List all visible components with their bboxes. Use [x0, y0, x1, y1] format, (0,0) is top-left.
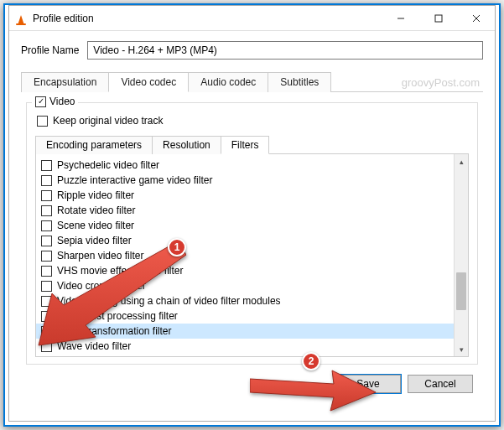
filter-checkbox[interactable]	[41, 205, 52, 216]
filter-row-selected: ✓Video transformation filter	[36, 324, 454, 339]
filter-row: Ripple video filter	[36, 188, 454, 203]
tab-encoding-parameters[interactable]: Encoding parameters	[35, 136, 153, 154]
keep-original-checkbox[interactable]	[37, 116, 48, 127]
annotation-badge-1: 1	[168, 238, 186, 256]
filter-checkbox[interactable]	[41, 251, 52, 262]
filter-row: Video post processing filter	[36, 308, 454, 324]
close-button[interactable]	[457, 6, 495, 31]
filter-checkbox[interactable]	[41, 266, 52, 277]
filter-row: Puzzle interactive game video filter	[36, 173, 454, 188]
filter-label: Video cropping filter	[57, 280, 146, 292]
tab-resolution[interactable]: Resolution	[152, 136, 221, 154]
filter-label: Video post processing filter	[57, 310, 178, 322]
filter-row: Scene video filter	[36, 218, 454, 233]
filter-label: Video filtering using a chain of video f…	[57, 295, 281, 307]
filter-label: Psychedelic video filter	[57, 159, 159, 171]
filter-row: Sepia video filter	[36, 233, 454, 248]
titlebar: Profile edition	[9, 6, 495, 31]
filter-row: Wave video filter	[36, 339, 454, 354]
filter-label: Ripple video filter	[57, 189, 134, 201]
codec-tabs: Encapsulation Video codec Audio codec Su…	[21, 71, 483, 92]
filter-label: Sepia video filter	[57, 235, 132, 246]
filter-row: Video filtering using a chain of video f…	[36, 293, 454, 308]
filter-row: Psychedelic video filter	[36, 158, 454, 173]
annotation-badge-2: 2	[302, 352, 320, 370]
filter-checkbox[interactable]	[41, 190, 52, 201]
filter-label: Puzzle interactive game video filter	[57, 174, 212, 186]
filter-label: Video transformation filter	[57, 325, 172, 337]
keep-original-label: Keep original video track	[53, 115, 163, 127]
tab-filters[interactable]: Filters	[221, 136, 270, 154]
filter-label: Scene video filter	[57, 220, 134, 231]
watermark: groovyPost.com	[402, 76, 480, 89]
filter-label: VHS movie effect video filter	[57, 265, 184, 277]
filter-row: Sharpen video filter	[36, 248, 454, 263]
filter-label: Sharpen video filter	[57, 250, 143, 262]
video-checkbox-label: Video	[49, 96, 75, 107]
save-button[interactable]: Save	[335, 375, 401, 393]
desktop-frame: Profile edition Profile Name Encapsulati…	[3, 3, 501, 427]
scroll-down-icon[interactable]: ▾	[455, 342, 468, 356]
filter-row: VHS movie effect video filter	[36, 263, 454, 278]
filter-scrollbar[interactable]: ▴ ▾	[454, 154, 468, 356]
filter-checkbox[interactable]	[41, 311, 52, 322]
minimize-button[interactable]	[382, 6, 419, 31]
filter-label: Wave video filter	[57, 340, 131, 352]
video-checkbox[interactable]: ✓	[35, 96, 46, 107]
filter-checkbox[interactable]	[41, 160, 52, 171]
dialog-window: Profile edition Profile Name Encapsulati…	[8, 5, 496, 422]
tab-video-codec[interactable]: Video codec	[108, 72, 189, 92]
profile-name-input[interactable]	[87, 41, 483, 60]
filter-checkbox[interactable]: ✓	[41, 326, 52, 337]
filter-checkbox[interactable]	[41, 175, 52, 186]
svg-rect-1	[435, 15, 442, 22]
cancel-button[interactable]: Cancel	[408, 375, 473, 393]
filter-checkbox[interactable]	[41, 296, 52, 307]
filter-checkbox[interactable]	[41, 236, 52, 246]
scroll-up-icon[interactable]: ▴	[455, 154, 468, 168]
filter-label: Rotate video filter	[57, 205, 135, 216]
filter-checkbox[interactable]	[41, 281, 52, 292]
filter-list-box: Psychedelic video filter Puzzle interact…	[35, 154, 469, 357]
tab-audio-codec[interactable]: Audio codec	[188, 72, 268, 92]
video-group: ✓ Video Keep original video track Encodi…	[26, 102, 478, 365]
filter-checkbox[interactable]	[41, 220, 52, 231]
vlc-icon	[14, 12, 28, 25]
filter-row: Video cropping filter	[36, 278, 454, 293]
scroll-thumb[interactable]	[456, 272, 466, 310]
tab-subtitles[interactable]: Subtitles	[268, 72, 331, 92]
maximize-button[interactable]	[419, 6, 457, 31]
filter-checkbox[interactable]	[41, 341, 52, 352]
filter-row: Rotate video filter	[36, 203, 454, 218]
window-title: Profile edition	[33, 13, 382, 24]
encoding-tabs: Encoding parameters Resolution Filters	[35, 135, 469, 154]
profile-name-label: Profile Name	[21, 44, 79, 56]
tab-encapsulation[interactable]: Encapsulation	[21, 72, 109, 92]
